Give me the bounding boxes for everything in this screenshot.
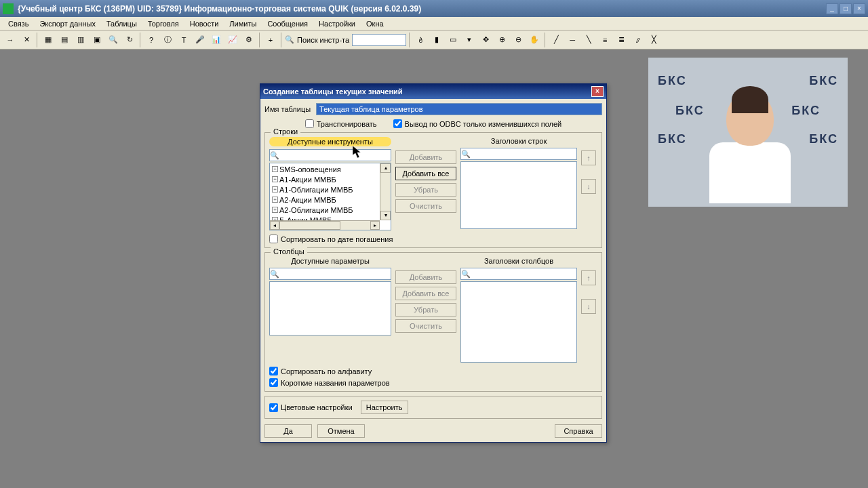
ok-button[interactable]: Да: [264, 424, 312, 438]
col-headers-label: Заголовки столбцов: [460, 257, 577, 265]
tool-text-icon[interactable]: T: [176, 33, 191, 47]
tool-plus-icon[interactable]: +: [263, 33, 278, 47]
search-input[interactable]: [352, 34, 406, 46]
tool-line7-icon[interactable]: ╳: [646, 33, 661, 47]
rows-headers-search: 🔍: [460, 148, 577, 160]
cols-add-button[interactable]: Добавить: [395, 270, 456, 284]
move-down-button[interactable]: ↓: [581, 179, 596, 194]
menu-trading[interactable]: Торговля: [142, 18, 184, 29]
menu-svyaz[interactable]: Связь: [3, 18, 34, 29]
odbc-checkbox[interactable]: [393, 119, 402, 128]
tool-chart1-icon[interactable]: 📊: [209, 33, 224, 47]
tool-connect-icon[interactable]: →: [3, 33, 18, 47]
cols-available-search-input[interactable]: [279, 268, 391, 279]
tool-line6-icon[interactable]: ⫽: [630, 33, 645, 47]
cols-move-up-button[interactable]: ↑: [581, 270, 596, 285]
move-up-button[interactable]: ↑: [581, 150, 596, 165]
tool-info-icon[interactable]: ⓘ: [160, 33, 175, 47]
dialog-title-text: Создание таблицы текущих значений: [263, 87, 591, 96]
rows-add-all-button[interactable]: Добавить все: [395, 167, 456, 180]
cols-available-search: 🔍: [269, 268, 391, 280]
scroll-up-icon[interactable]: ▴: [380, 163, 391, 173]
available-params-list[interactable]: [269, 281, 391, 336]
maximize-button[interactable]: □: [840, 3, 852, 14]
configure-button[interactable]: Настроить: [361, 401, 408, 414]
expand-icon[interactable]: +: [272, 186, 278, 192]
tool-refresh-icon[interactable]: ↻: [122, 33, 137, 47]
help-button[interactable]: Справка: [555, 424, 602, 438]
rows-headers-search-input[interactable]: [471, 148, 576, 159]
search-label: Поиск инстр-та: [297, 36, 349, 44]
tool-line2-icon[interactable]: ─: [565, 33, 580, 47]
create-table-dialog: Создание таблицы текущих значений × Имя …: [260, 83, 607, 443]
cols-remove-button[interactable]: Убрать: [395, 303, 456, 317]
tool-search-icon[interactable]: 🔍: [106, 33, 121, 47]
menu-limits[interactable]: Лимиты: [224, 18, 262, 29]
tool-table3-icon[interactable]: ▥: [73, 33, 88, 47]
tool-line3-icon[interactable]: ╲: [581, 33, 596, 47]
scroll-thumb[interactable]: [279, 221, 340, 230]
minimize-button[interactable]: _: [826, 3, 838, 14]
tool-help-icon[interactable]: ?: [144, 33, 159, 47]
tool-interval-icon[interactable]: ▭: [446, 33, 460, 47]
tool-dropdown-icon[interactable]: ▾: [462, 33, 477, 47]
row-headers-list[interactable]: [460, 161, 577, 229]
expand-icon[interactable]: +: [272, 197, 278, 203]
expand-icon[interactable]: +: [272, 166, 278, 172]
tool-chart2-icon[interactable]: 📈: [225, 33, 240, 47]
hscrollbar[interactable]: ◂ ▸: [270, 220, 380, 230]
scroll-down-icon[interactable]: ▾: [380, 211, 391, 220]
cols-clear-button[interactable]: Очистить: [395, 319, 456, 333]
cancel-button[interactable]: Отмена: [317, 424, 365, 438]
menu-news[interactable]: Новости: [184, 18, 224, 29]
dialog-close-button[interactable]: ×: [591, 86, 604, 97]
rows-remove-button[interactable]: Убрать: [395, 183, 456, 197]
tool-zoomin-icon[interactable]: ⊕: [494, 33, 509, 47]
expand-icon[interactable]: +: [272, 207, 278, 213]
short-names-checkbox[interactable]: [269, 378, 278, 387]
tool-line1-icon[interactable]: ╱: [549, 33, 564, 47]
tool-table2-icon[interactable]: ▤: [57, 33, 72, 47]
tool-zoomout-icon[interactable]: ⊖: [511, 33, 526, 47]
cols-add-all-button[interactable]: Добавить все: [395, 287, 456, 300]
short-names-label: Короткие названия параметров: [281, 379, 390, 387]
tool-mic-icon[interactable]: 🎤: [193, 33, 208, 47]
color-settings-checkbox[interactable]: [269, 403, 278, 412]
menu-export[interactable]: Экспорт данных: [34, 18, 100, 29]
tool-move-icon[interactable]: ✥: [478, 33, 493, 47]
scroll-right-icon[interactable]: ▸: [370, 221, 380, 230]
menu-settings[interactable]: Настройки: [313, 18, 361, 29]
sort-alpha-checkbox[interactable]: [269, 367, 278, 375]
expand-icon[interactable]: +: [272, 176, 278, 182]
app-titlebar: {Учебный центр БКС (136PM) UID: 35789} И…: [0, 0, 868, 17]
cols-headers-search-input[interactable]: [471, 268, 576, 279]
tool-line4-icon[interactable]: ≡: [597, 33, 612, 47]
app-title: {Учебный центр БКС (136PM) UID: 35789} И…: [18, 4, 825, 14]
vscrollbar[interactable]: ▴ ▾: [380, 163, 391, 220]
table-name-input[interactable]: [316, 103, 602, 115]
tool-chart3-icon[interactable]: ⚙: [241, 33, 256, 47]
cols-headers-search: 🔍: [460, 268, 577, 280]
menu-tables[interactable]: Таблицы: [101, 18, 142, 29]
available-instruments-list[interactable]: +SMS-оповещения +А1-Акции ММВБ +А1-Облиг…: [269, 163, 391, 230]
tool-bar-icon[interactable]: ▮: [429, 33, 444, 47]
rows-clear-button[interactable]: Очистить: [395, 199, 456, 213]
tool-candle-icon[interactable]: 🕯: [413, 33, 428, 47]
available-instruments-label: Доступные инструменты: [269, 137, 391, 146]
close-button[interactable]: ×: [853, 3, 865, 14]
rows-add-button[interactable]: Добавить: [395, 150, 456, 164]
list-item: +А1-Облигации ММВБ: [271, 184, 390, 195]
menu-windows[interactable]: Окна: [361, 18, 389, 29]
scroll-left-icon[interactable]: ◂: [270, 221, 279, 230]
rows-available-search-input[interactable]: [279, 150, 391, 161]
transpose-checkbox[interactable]: [305, 119, 314, 128]
tool-hand-icon[interactable]: ✋: [527, 33, 542, 47]
col-headers-list[interactable]: [460, 281, 577, 363]
tool-table4-icon[interactable]: ▣: [90, 33, 104, 47]
menu-messages[interactable]: Сообщения: [262, 18, 313, 29]
tool-line5-icon[interactable]: ≣: [614, 33, 629, 47]
cols-move-down-button[interactable]: ↓: [581, 299, 596, 314]
tool-table1-icon[interactable]: ▦: [41, 33, 56, 47]
tool-disconnect-icon[interactable]: ✕: [19, 33, 34, 47]
sort-by-date-checkbox[interactable]: [269, 235, 278, 243]
